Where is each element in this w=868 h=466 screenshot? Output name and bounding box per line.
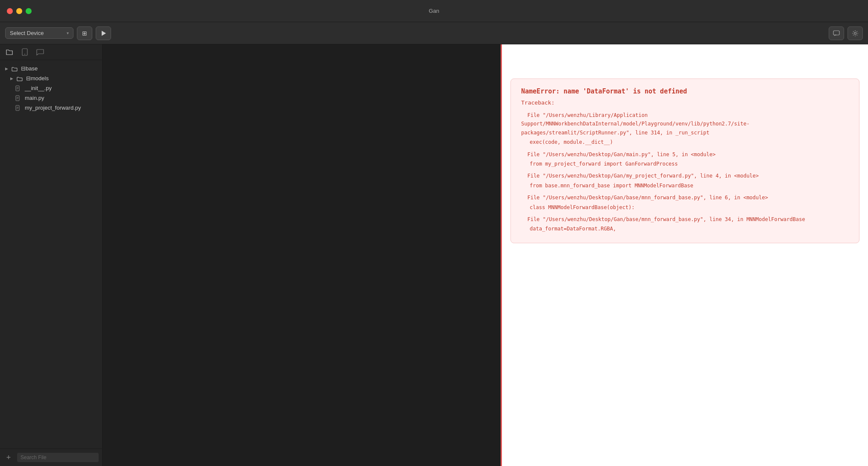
sidebar: ▶ ⊟base ▶ ⊟models __ [0, 44, 103, 466]
window-title: Gan [429, 8, 440, 14]
file-icon-main [15, 95, 21, 101]
traceback-line-3b: from base.mnn_forward_base import MNNMod… [521, 181, 849, 190]
grid-icon: ⊞ [82, 30, 87, 37]
bubble-icon [36, 49, 44, 55]
sidebar-tab-chat[interactable] [36, 48, 44, 56]
settings-button[interactable] [847, 26, 863, 40]
folder-closed-icon [12, 66, 18, 71]
file-tree-item-myproject[interactable]: my_project_forward.py [0, 103, 102, 113]
traceback-line-2a: File "/Users/wenzhu/Desktop/Gan/main.py"… [521, 150, 849, 159]
folder-arrow-icon: ▶ [5, 67, 8, 71]
content-area: NameError: name 'DataFormat' is not defi… [103, 44, 868, 466]
file-tree-item-main[interactable]: main.py [0, 93, 102, 103]
phone-icon [21, 48, 28, 56]
play-icon [100, 30, 106, 36]
file-label-myproject: my_project_forward.py [25, 105, 81, 111]
close-button[interactable] [7, 8, 13, 14]
folder-icon [6, 48, 13, 56]
folder-arrow-icon-models: ▶ [10, 76, 13, 81]
sidebar-tab-devices[interactable] [21, 48, 29, 56]
traceback-line-4a: File "/Users/wenzhu/Desktop/Gan/base/mnn… [521, 193, 849, 202]
sidebar-footer: + [0, 449, 102, 466]
file-tree: ▶ ⊟base ▶ ⊟models __ [0, 60, 102, 449]
file-tree-item-models[interactable]: ▶ ⊟models [0, 73, 102, 83]
traceback-line-5a: File "/Users/wenzhu/Desktop/Gan/base/mnn… [521, 215, 849, 224]
file-label-init: __init__.py [25, 85, 52, 91]
file-label-models: ⊟models [26, 75, 49, 82]
svg-marker-0 [102, 31, 106, 36]
chat-button[interactable] [829, 26, 844, 40]
chevron-down-icon: ▾ [67, 31, 69, 35]
traceback-label: Traceback: [521, 99, 849, 106]
svg-point-4 [24, 54, 25, 55]
file-tree-item-base[interactable]: ▶ ⊟base [0, 64, 102, 73]
traceback-line-2b: from my_project_forward import GanForwar… [521, 160, 849, 168]
traffic-lights [7, 8, 32, 14]
file-icon-myproject [15, 105, 21, 111]
toolbar-right-actions [829, 26, 863, 40]
traceback-content: File "/Users/wenzhu/Library/Application … [521, 111, 849, 233]
file-tree-item-init[interactable]: __init__.py [0, 83, 102, 93]
traceback-line-1b: exec(code, module.__dict__) [521, 138, 849, 146]
select-device-label: Select Device [10, 30, 44, 36]
sidebar-tab-files[interactable] [5, 48, 14, 56]
main-layout: ▶ ⊟base ▶ ⊟models __ [0, 44, 868, 466]
maximize-button[interactable] [26, 8, 32, 14]
grid-view-button[interactable]: ⊞ [77, 26, 92, 40]
error-type: NameError [521, 87, 556, 95]
file-icon-init [15, 85, 21, 91]
traceback-line-4b: class MNNModelForwardBase(object): [521, 203, 849, 212]
file-label-base: ⊟base [21, 65, 38, 72]
folder-icon-models [17, 76, 23, 81]
run-button[interactable] [96, 26, 111, 40]
sidebar-tabs [0, 44, 102, 60]
chat-icon [833, 30, 840, 37]
error-box: NameError: name 'DataFormat' is not defi… [510, 79, 859, 243]
plus-icon: + [6, 453, 11, 462]
minimize-button[interactable] [16, 8, 22, 14]
select-device-dropdown[interactable]: Select Device ▾ [5, 27, 73, 39]
code-editor[interactable] [103, 44, 501, 466]
svg-rect-1 [833, 31, 839, 35]
error-title: NameError: name 'DataFormat' is not defi… [521, 87, 849, 95]
search-file-input[interactable] [17, 453, 99, 462]
traceback-line-3a: File "/Users/wenzhu/Desktop/Gan/my_proje… [521, 172, 849, 180]
add-file-button[interactable]: + [3, 452, 14, 463]
svg-point-2 [854, 32, 856, 34]
gear-icon [852, 30, 859, 37]
titlebar: Gan [0, 0, 868, 22]
file-label-main: main.py [25, 95, 44, 101]
toolbar: Select Device ▾ ⊞ [0, 22, 868, 44]
output-panel: NameError: name 'DataFormat' is not defi… [501, 44, 868, 466]
traceback-line-5b: data_format=DataFormat.RGBA, [521, 224, 849, 233]
error-message: : name 'DataFormat' is not defined [556, 87, 687, 95]
traceback-line-1a: File "/Users/wenzhu/Library/Application … [521, 111, 849, 137]
